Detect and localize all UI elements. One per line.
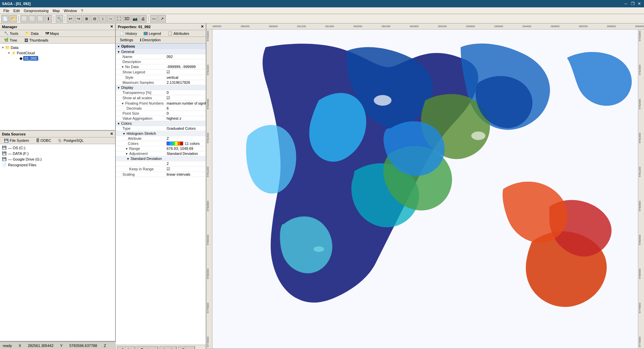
toolbar-btn13[interactable]: ↔	[107, 15, 114, 22]
toolbar-btn8[interactable]: ↩	[67, 15, 74, 22]
ds-item-recognized[interactable]: 📄 Recognized Files	[1, 162, 114, 168]
props-tab-legend[interactable]: Legend	[141, 31, 164, 36]
toolbar-btn18[interactable]: —	[150, 15, 158, 22]
toolbar-btn6[interactable]: ℹ	[45, 15, 52, 22]
prop-stddev-val: 2	[116, 161, 206, 166]
menu-help[interactable]: ?	[79, 8, 85, 13]
toolbar-btn4[interactable]: ⬜	[29, 15, 36, 22]
tools-icon: 🔧	[4, 31, 9, 36]
content-row: Properties: 01_092 ✕ 🕐 History Legend 📋 …	[116, 23, 644, 349]
ds-tab-postgresql[interactable]: 🐘 PostgreSQL	[55, 138, 86, 143]
load-button[interactable]: Load	[159, 346, 176, 349]
menu-geoprocessing[interactable]: Geoprocessing	[22, 8, 51, 13]
toolbar-btn17[interactable]: 🖨	[139, 15, 147, 22]
prop-showallscales: Show at all scales ☑	[116, 95, 206, 101]
map-canvas[interactable]	[212, 30, 638, 348]
props-subtab-description[interactable]: ℹ Description	[137, 38, 163, 43]
ruler-top: 280000 280400 280800 281200 281600 28200…	[206, 23, 644, 30]
prop-decimals: Decimals 6	[116, 106, 206, 111]
prop-style: Style vertical	[116, 75, 206, 80]
svg-point-2	[374, 95, 392, 106]
prop-colortype: Type Graduated Colors	[116, 126, 206, 131]
coord-z-label: Z	[104, 344, 106, 348]
menu-map[interactable]: Map	[51, 8, 62, 13]
data-folder-icon: 📁	[5, 45, 10, 50]
subsection-display: ▼Display	[116, 85, 206, 90]
toolbar-btn9[interactable]: ↪	[75, 15, 82, 22]
mgr-tab-tools[interactable]: 🔧 Tools	[1, 31, 21, 36]
tree-root-data[interactable]: ▼ 📁 Data	[1, 45, 114, 50]
save-button[interactable]: Save	[178, 346, 195, 349]
toolbar-btn3[interactable]: ⬜	[20, 15, 28, 22]
prop-valueagg: Value Aggregation highest z	[116, 116, 206, 121]
toolbar-btn7[interactable]: 🔧	[56, 15, 63, 22]
ds-item-f[interactable]: 💾 — DATA (F:)	[1, 151, 114, 156]
expand-hist-icon: ▼	[122, 132, 126, 135]
toolbar-new[interactable]: 📄	[1, 15, 9, 22]
ds-item-c[interactable]: 💾 — OS (C:)	[1, 145, 114, 151]
status-text: ready	[3, 344, 12, 348]
ds-close[interactable]: ✕	[110, 132, 113, 136]
prop-colors: Colors	[116, 141, 206, 146]
prop-description: Description	[116, 59, 206, 64]
apply-button[interactable]: Apply	[117, 346, 135, 349]
toolbar-sep3	[65, 16, 65, 22]
toolbar-btn15[interactable]: 3D	[123, 15, 131, 22]
menu-file[interactable]: File	[1, 8, 11, 13]
expand-colors-icon: ▼	[117, 122, 120, 125]
ds-tab-filesystem[interactable]: 💾 File System	[1, 138, 32, 143]
props-subtabs: Settings ℹ Description	[116, 37, 206, 44]
range-expand-icon: ▼	[125, 147, 128, 151]
mgr-tab-maps[interactable]: 🗺 Maps	[43, 31, 62, 36]
toolbar-sep2	[54, 16, 54, 22]
showlegend-checkbox[interactable]: ☑	[166, 70, 170, 74]
prop-keepinrange: Keep in Range ☑	[116, 166, 206, 172]
map-svg	[212, 30, 638, 348]
prop-nodata: ▼No Data -999999; -999999	[116, 64, 206, 69]
ruler-left: 5783000 5782400 5782000 5781600 5781200 …	[206, 30, 212, 348]
ds-tab-odbc[interactable]: 🗄 ODBC	[33, 138, 54, 143]
map-area: 280000 280400 280800 281200 281600 28200…	[206, 23, 644, 349]
manager-header: Manager ✕	[0, 23, 115, 30]
menu-window[interactable]: Window	[62, 8, 79, 13]
manager-close[interactable]: ✕	[110, 24, 113, 29]
mgr-subtab-tree[interactable]: 🌿 Tree	[1, 38, 20, 43]
subsection-stddev: ▼Standard Deviation	[116, 156, 206, 161]
attributes-icon: 📋	[168, 31, 172, 36]
restore-button[interactable]: Restore	[137, 346, 158, 349]
pointcloud-label: PointCloud	[17, 51, 35, 55]
props-close[interactable]: ✕	[201, 24, 204, 29]
toolbar-btn10[interactable]: ⊕	[83, 15, 90, 22]
toolbar-btn5[interactable]: ⬜	[37, 15, 44, 22]
showallscales-checkbox[interactable]: ☑	[166, 96, 170, 100]
toolbar-btn16[interactable]: 📷	[131, 15, 139, 22]
coord-y-label: Y	[60, 344, 62, 348]
manager-subtabs: 🌿 Tree 🖼 Thumbnails	[0, 37, 115, 44]
adj-expand-icon: ▼	[125, 152, 128, 156]
props-tab-attributes[interactable]: 📋 Attributes	[165, 31, 192, 36]
toolbar-open[interactable]: 📂	[9, 15, 17, 22]
props-tab-history[interactable]: 🕐 History	[117, 31, 140, 36]
legend-icon	[144, 32, 148, 35]
close-button[interactable]: ✕	[637, 1, 642, 6]
props-subtab-settings[interactable]: Settings	[117, 38, 136, 43]
expand-stddev-icon: ▼	[127, 157, 130, 161]
toolbar-btn19[interactable]: ↗	[158, 15, 166, 22]
mgr-subtab-thumbnails[interactable]: 🖼 Thumbnails	[22, 38, 51, 43]
minimize-button[interactable]: ─	[623, 1, 629, 6]
ds-item-g[interactable]: 💾 — Google Drive (G:)	[1, 156, 114, 162]
mgr-tab-data[interactable]: 📁 Data	[22, 31, 41, 36]
toolbar: 📄 📂 ⬜ ⬜ ⬜ ℹ 🔧 ↩ ↪ ⊕ ⊖ ↕ ↔ ⛶ 3D 📷 🖨 — ↗	[0, 14, 644, 23]
tree-data-label: Data	[11, 46, 18, 50]
restore-button[interactable]: ❐	[630, 1, 635, 6]
keepinrange-checkbox[interactable]: ☑	[166, 167, 170, 171]
toolbar-btn11[interactable]: ⊖	[91, 15, 98, 22]
toolbar-btn14[interactable]: ⛶	[115, 15, 122, 22]
data-icon: 📁	[25, 31, 30, 36]
menu-edit[interactable]: Edit	[11, 8, 22, 13]
prop-transparency: Transparency [%] 0	[116, 90, 206, 95]
menu-bar: File Edit Geoprocessing Map Window ?	[0, 7, 644, 14]
toolbar-btn12[interactable]: ↕	[99, 15, 106, 22]
properties-panel: Properties: 01_092 ✕ 🕐 History Legend 📋 …	[116, 23, 206, 349]
props-title: Properties: 01_092	[118, 25, 151, 29]
